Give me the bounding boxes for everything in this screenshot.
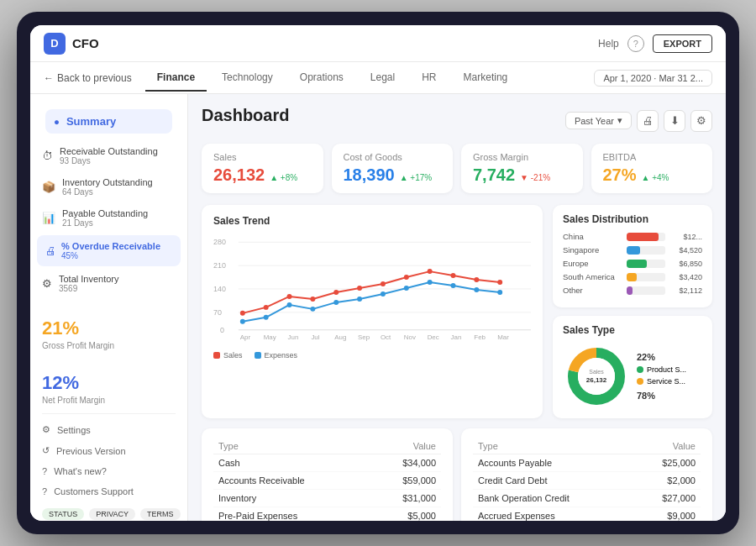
svg-point-40 xyxy=(381,291,386,297)
svg-point-38 xyxy=(333,300,339,305)
table-row: Pre-Paid Expenses$5,000 xyxy=(213,507,441,522)
dist-row-other: Other $2,112 xyxy=(563,286,702,295)
dashboard-title: Dashboard xyxy=(202,106,289,125)
print-button[interactable]: 🖨 xyxy=(637,110,659,132)
financial-tables: Type Value Cash$34,000 Accounts Receivab… xyxy=(202,428,712,521)
tab-operations[interactable]: Oprations xyxy=(288,65,355,92)
svg-point-35 xyxy=(264,315,269,320)
svg-point-37 xyxy=(310,307,315,312)
back-arrow-icon: ← xyxy=(44,72,54,84)
svg-text:Jun: Jun xyxy=(288,333,299,341)
tab-technology[interactable]: Technology xyxy=(210,65,285,92)
svg-text:0: 0 xyxy=(220,326,224,334)
table-row: Credit Card Debt$2,000 xyxy=(473,472,701,490)
back-button[interactable]: ← Back to previous xyxy=(44,72,132,84)
margin-delta: ▼ -21% xyxy=(520,173,550,182)
liabilities-table: Type Value Accounts Payable$25,000 Credi… xyxy=(461,428,712,521)
svg-point-24 xyxy=(287,294,292,299)
kpi-ebitda: EBITDA 27% ▲ +4% xyxy=(591,144,713,193)
svg-text:140: 140 xyxy=(213,285,226,293)
table-row: Accrued Expenses$9,000 xyxy=(473,507,701,522)
svg-point-36 xyxy=(287,302,292,307)
app-title: CFO xyxy=(72,36,598,50)
print-icon: 🖨 xyxy=(45,244,56,257)
table-row: Accounts Receivable$59,000 xyxy=(213,472,441,490)
svg-point-42 xyxy=(428,280,433,285)
sidebar-item-summary[interactable]: ● Summary xyxy=(45,109,172,134)
svg-point-39 xyxy=(357,297,362,302)
table-row: Accounts Payable$25,000 xyxy=(473,454,701,472)
svg-text:Oct: Oct xyxy=(381,333,391,341)
svg-point-34 xyxy=(240,319,245,324)
tab-marketing[interactable]: Marketing xyxy=(452,65,520,92)
svg-point-45 xyxy=(497,290,502,295)
settings-link[interactable]: ⚙ Settings xyxy=(30,419,187,440)
period-dropdown[interactable]: Past Year ▾ xyxy=(565,112,632,129)
main-content: Dashboard Past Year ▾ 🖨 ⬇ ⚙ Sales xyxy=(188,94,726,521)
clock-icon: ⏱ xyxy=(42,150,53,162)
right-panel: Sales Distribution China $12... Singapor… xyxy=(553,205,712,418)
svg-text:Sales: Sales xyxy=(589,369,604,375)
svg-text:70: 70 xyxy=(213,308,222,317)
status-badge[interactable]: STATUS xyxy=(42,508,84,520)
sidebar-item-overdue[interactable]: 🖨 % Overdue Receivable 45% xyxy=(37,235,181,266)
privacy-badge[interactable]: PRIVACY xyxy=(89,508,135,520)
product-dot xyxy=(637,366,643,373)
svg-point-28 xyxy=(381,281,386,286)
svg-text:210: 210 xyxy=(213,261,226,270)
table-row: Inventory$31,000 xyxy=(213,490,441,507)
svg-text:Apr: Apr xyxy=(240,333,251,341)
refresh-icon: ↺ xyxy=(42,445,50,456)
sidebar-item-inventory[interactable]: 📦 Inventory Outstanding 64 Days xyxy=(30,171,187,202)
box-icon: 📦 xyxy=(42,181,55,193)
svg-point-32 xyxy=(474,277,479,282)
svg-point-41 xyxy=(404,286,409,291)
charts-row: Sales Trend 280 210 140 70 xyxy=(202,205,712,418)
sidebar-item-payable[interactable]: 📊 Payable Outstanding 21 Days xyxy=(30,202,187,234)
app-logo: D xyxy=(44,33,66,55)
previous-version-link[interactable]: ↺ Previous Version xyxy=(30,440,187,461)
settings-button[interactable]: ⚙ xyxy=(690,110,712,132)
net-profit-block: 12% Net Profit Margin xyxy=(30,364,187,408)
svg-point-30 xyxy=(428,269,433,274)
gear-icon: ⚙ xyxy=(42,277,52,290)
cogs-delta: ▲ +17% xyxy=(400,173,433,182)
support-icon: ? xyxy=(42,486,47,496)
terms-badge[interactable]: TERMS xyxy=(140,508,181,520)
help-icon[interactable]: ? xyxy=(627,35,644,52)
svg-point-44 xyxy=(474,287,479,292)
col-type-left: Type xyxy=(213,438,365,454)
settings-icon: ⚙ xyxy=(42,424,50,435)
sidebar-item-receivable[interactable]: ⏱ Receivable Outstanding 93 Days xyxy=(30,140,187,171)
svg-text:Jan: Jan xyxy=(451,333,462,341)
dist-row-china: China $12... xyxy=(563,232,702,241)
svg-text:Feb: Feb xyxy=(474,333,486,341)
tab-hr[interactable]: HR xyxy=(410,65,448,92)
assets-table: Type Value Cash$34,000 Accounts Receivab… xyxy=(202,428,453,521)
kpi-cogs: Cost of Goods 18,390 ▲ +17% xyxy=(332,144,454,193)
svg-text:Nov: Nov xyxy=(404,333,416,341)
support-link[interactable]: ? Customers Support xyxy=(30,481,187,501)
svg-point-43 xyxy=(451,283,456,288)
sales-trend-chart: 280 210 140 70 0 Apr May Jun Jul Aug Sep xyxy=(213,234,531,343)
svg-point-22 xyxy=(240,311,245,316)
tab-legal[interactable]: Legal xyxy=(359,65,407,92)
service-dot xyxy=(637,378,643,385)
ebitda-delta: ▲ +4% xyxy=(642,173,669,182)
svg-point-33 xyxy=(497,280,502,285)
tab-finance[interactable]: Finance xyxy=(145,65,207,92)
sidebar: ● Summary ⏱ Receivable Outstanding 93 Da… xyxy=(30,94,188,521)
expenses-legend-dot xyxy=(255,352,261,359)
col-value-right: Value xyxy=(633,438,701,454)
download-button[interactable]: ⬇ xyxy=(664,110,685,132)
donut-labels: 22% Product S... Service S... xyxy=(637,352,686,401)
export-button[interactable]: EXPORT xyxy=(653,34,712,53)
col-type-right: Type xyxy=(473,438,633,454)
svg-point-23 xyxy=(264,305,269,310)
svg-point-26 xyxy=(333,290,339,295)
date-range[interactable]: Apr 1, 2020 · Mar 31 2... xyxy=(594,70,712,87)
svg-text:Sep: Sep xyxy=(358,333,370,341)
sidebar-item-total-inventory[interactable]: ⚙ Total Inventory 3569 xyxy=(30,268,187,299)
whats-new-link[interactable]: ? What's new? xyxy=(30,461,187,481)
col-value-left: Value xyxy=(365,438,441,454)
